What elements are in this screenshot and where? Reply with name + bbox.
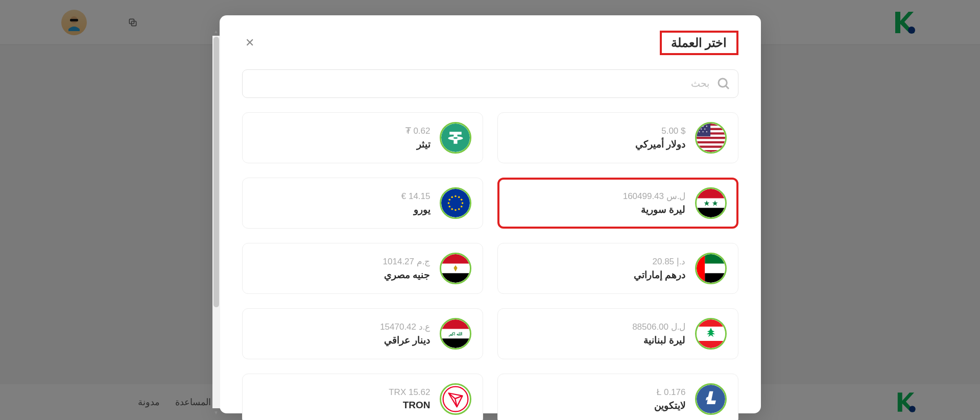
svg-point-36 [460,199,462,201]
currency-amount: 5.00 $ [661,126,685,136]
currency-list: 5.00 $دولار أميركي₮ 0.62تيثر160499.43 ل.… [242,112,738,420]
currency-info: 1014.27 ج.مجنيه مصري [383,256,431,281]
currency-amount: TRX 15.62 [389,387,430,398]
svg-point-23 [699,131,700,132]
close-button[interactable]: ✕ [242,34,257,52]
currency-amount: Ł 0.176 [657,387,686,398]
svg-point-24 [702,131,703,132]
svg-rect-52 [441,254,470,264]
currency-option[interactable]: 160499.43 ل.سليرة سورية [497,178,738,229]
modal-scrollbar[interactable]: ▲ ▼ [212,36,220,408]
svg-point-18 [699,126,700,127]
currency-info: 15470.42 ع.ددينار عراقي [380,322,430,346]
svg-point-39 [458,208,460,210]
svg-point-25 [706,131,707,132]
currency-name: تيثر [417,138,431,150]
currency-name: ليرة لبنانية [643,334,685,346]
currency-info: ₮ 0.62تيثر [405,126,431,150]
currency-name: دولار أميركي [635,138,685,150]
currency-name: TRON [403,400,431,411]
modal-title: اختر العملة [660,31,738,55]
svg-rect-16 [697,150,725,152]
ae-flag-icon [695,253,727,284]
svg-rect-10 [697,123,725,126]
currency-amount: 15470.42 ع.د [380,322,430,332]
scroll-down-icon[interactable]: ▼ [212,409,220,416]
svg-point-33 [441,189,470,217]
currency-name: درهم إماراتي [634,269,685,281]
currency-option[interactable]: 20.85 د.إدرهم إماراتي [497,243,738,294]
scroll-up-icon[interactable]: ▲ [212,28,220,35]
currency-option[interactable]: Ł 0.176لايتكوين [497,374,738,420]
currency-name: جنيه مصري [384,269,430,281]
svg-point-34 [455,195,457,197]
sy-flag-icon [695,187,727,219]
svg-point-44 [448,199,450,201]
currency-amount: 1014.27 ج.م [383,256,431,267]
svg-point-19 [702,126,703,127]
scrollbar-thumb[interactable] [213,37,219,307]
currency-name: ليرة سورية [641,204,685,215]
search-icon [716,76,731,91]
svg-point-40 [455,209,457,211]
modal-overlay[interactable]: ▲ ▼ اختر العملة ✕ 5.00 $دولار أميركي₮ 0.… [0,0,980,420]
trx-flag-icon [440,383,471,415]
currency-info: € 14.15يورو [401,191,431,215]
svg-rect-48 [705,254,725,264]
search-field-wrap [242,69,738,98]
currency-option[interactable]: 5.00 $دولار أميركي [497,112,738,163]
svg-rect-28 [697,189,725,199]
currency-amount: € 14.15 [401,191,431,202]
lb-flag-icon [695,318,727,350]
svg-rect-15 [697,145,725,147]
ltc-flag-icon [695,383,727,415]
iq-flag-icon: الله اكبر [440,318,471,350]
svg-rect-62 [441,338,470,348]
eu-flag-icon [440,187,471,219]
svg-rect-49 [705,264,725,274]
svg-rect-50 [705,273,725,283]
svg-point-6 [719,79,727,87]
svg-rect-47 [697,254,705,283]
svg-rect-29 [697,199,725,208]
currency-info: 5.00 $دولار أميركي [635,126,685,150]
svg-rect-14 [697,141,725,143]
svg-rect-13 [697,137,725,139]
svg-point-22 [704,129,705,130]
svg-rect-56 [697,319,725,327]
currency-amount: 20.85 د.إ [653,256,686,267]
currency-picker-modal: ▲ ▼ اختر العملة ✕ 5.00 $دولار أميركي₮ 0.… [220,15,761,413]
currency-option[interactable]: 1014.27 ج.مجنيه مصري [242,243,483,294]
svg-rect-17 [697,123,710,136]
svg-point-42 [448,206,450,208]
currency-amount: 88506.00 ل.ل [632,322,685,332]
svg-text:الله اكبر: الله اكبر [448,332,462,337]
svg-point-41 [451,208,453,210]
currency-option[interactable]: ₮ 0.62تيثر [242,112,483,163]
currency-info: Ł 0.176لايتكوين [654,387,686,411]
svg-point-45 [451,196,453,198]
svg-point-35 [458,196,460,198]
currency-option[interactable]: € 14.15يورو [242,178,483,229]
svg-rect-58 [697,341,725,348]
svg-point-26 [441,123,470,152]
eg-flag-icon [440,253,471,284]
currency-option[interactable]: الله اكبر15470.42 ع.ددينار عراقي [242,308,483,359]
svg-rect-60 [441,319,470,329]
currency-name: لايتكوين [654,400,686,411]
svg-point-20 [706,126,707,127]
close-icon: ✕ [245,36,254,49]
svg-point-43 [447,202,449,204]
svg-point-21 [700,129,701,130]
currency-info: 160499.43 ل.سليرة سورية [623,191,686,215]
us-flag-icon [695,122,727,154]
currency-option[interactable]: 88506.00 ل.لليرة لبنانية [497,308,738,359]
svg-point-38 [460,206,462,208]
currency-amount: ₮ 0.62 [405,126,431,136]
svg-rect-30 [697,208,725,217]
svg-line-7 [726,86,729,89]
currency-option[interactable]: TRX 15.62TRON [242,374,483,420]
search-input[interactable] [242,69,738,98]
currency-amount: 160499.43 ل.س [623,191,686,202]
currency-info: 20.85 د.إدرهم إماراتي [634,256,685,281]
